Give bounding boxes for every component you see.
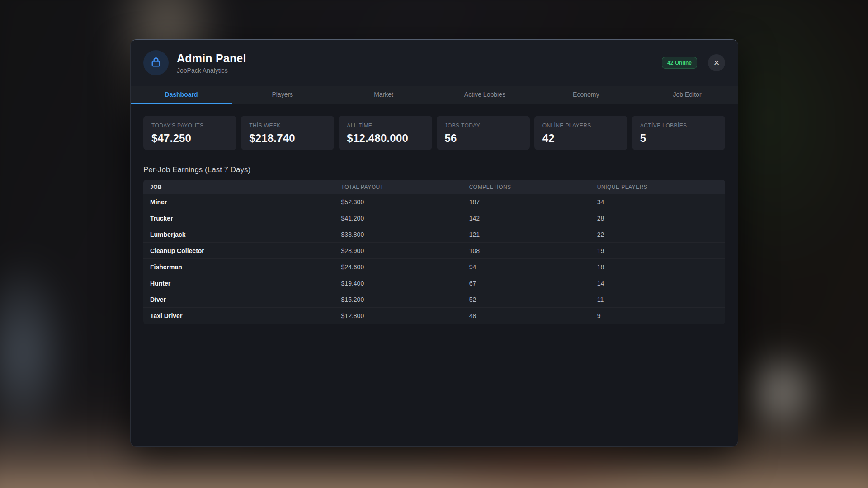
tab-economy[interactable]: Economy	[535, 86, 637, 104]
completions-cell: 121	[469, 231, 597, 238]
unique-players-cell: 22	[597, 231, 725, 238]
lock-icon-circle	[143, 50, 169, 75]
stat-card-todays-payouts: TODAY'S PAYOUTS $47.250	[143, 116, 236, 150]
table-row-taxi-driver: Taxi Driver $12.800 48 9	[143, 308, 725, 324]
job-name-cell: Lumberjack	[143, 231, 341, 238]
payout-cell: $28.900	[341, 247, 469, 254]
online-status-badge: 42 Online	[662, 57, 697, 69]
table-row-trucker: Trucker $41.200 142 28	[143, 210, 725, 226]
table-row-diver: Diver $15.200 52 11	[143, 291, 725, 308]
admin-panel-window: Admin Panel JobPack Analytics 42 Online …	[130, 39, 738, 447]
table-row-miner: Miner $52.300 187 34	[143, 194, 725, 210]
completions-cell: 142	[469, 215, 597, 222]
section-title-per-job-earnings: Per-Job Earnings (Last 7 Days)	[143, 165, 725, 174]
tab-bar: Dashboard Players Market Active Lobbies …	[131, 86, 738, 104]
job-name-cell: Trucker	[143, 215, 341, 222]
job-name-cell: Diver	[143, 296, 341, 303]
dashboard-content: TODAY'S PAYOUTS $47.250 THİS WEEK $218.7…	[131, 104, 738, 336]
payout-cell: $12.800	[341, 312, 469, 319]
column-header-unique-players: UNİQUE PLAYERS	[597, 184, 725, 190]
stat-value: $12.480.000	[347, 132, 424, 145]
table-row-fisherman: Fisherman $24.600 94 18	[143, 259, 725, 275]
job-name-cell: Fisherman	[143, 263, 341, 271]
lock-icon	[150, 56, 162, 70]
tab-market[interactable]: Market	[333, 86, 434, 104]
job-name-cell: Miner	[143, 198, 341, 206]
payout-cell: $15.200	[341, 296, 469, 303]
unique-players-cell: 18	[597, 263, 725, 271]
stat-value: 5	[640, 132, 717, 145]
stats-grid: TODAY'S PAYOUTS $47.250 THİS WEEK $218.7…	[143, 116, 725, 150]
page-subtitle: JobPack Analytics	[177, 67, 662, 74]
stat-label: ACTİVE LOBBİES	[640, 122, 717, 129]
table-row-lumberjack: Lumberjack $33.800 121 22	[143, 226, 725, 243]
stat-value: $218.740	[249, 132, 326, 145]
completions-cell: 187	[469, 198, 597, 206]
payout-cell: $24.600	[341, 263, 469, 271]
unique-players-cell: 9	[597, 312, 725, 319]
table-row-hunter: Hunter $19.400 67 14	[143, 275, 725, 291]
table-body: Miner $52.300 187 34 Trucker $41.200 142…	[143, 194, 725, 324]
page-title: Admin Panel	[177, 52, 662, 65]
close-button[interactable]: ✕	[708, 54, 725, 71]
stat-value: 42	[542, 132, 619, 145]
completions-cell: 52	[469, 296, 597, 303]
job-name-cell: Taxi Driver	[143, 312, 341, 319]
job-name-cell: Cleanup Collector	[143, 247, 341, 254]
column-header-job: JOB	[143, 184, 341, 190]
table-row-cleanup-collector: Cleanup Collector $28.900 108 19	[143, 243, 725, 259]
completions-cell: 48	[469, 312, 597, 319]
stat-card-online-players: ONLİNE PLAYERS 42	[534, 116, 627, 150]
stat-card-all-time: ALL TİME $12.480.000	[339, 116, 432, 150]
title-block: Admin Panel JobPack Analytics	[177, 52, 662, 74]
tab-job-editor[interactable]: Job Editor	[637, 86, 738, 104]
payout-cell: $41.200	[341, 215, 469, 222]
stat-label: THİS WEEK	[249, 122, 326, 129]
unique-players-cell: 28	[597, 215, 725, 222]
completions-cell: 94	[469, 263, 597, 271]
per-job-earnings-table: JOB TOTAL PAYOUT COMPLETİONS UNİQUE PLAY…	[143, 180, 725, 324]
close-icon: ✕	[713, 58, 720, 68]
completions-cell: 67	[469, 280, 597, 287]
table-header-row: JOB TOTAL PAYOUT COMPLETİONS UNİQUE PLAY…	[143, 180, 725, 194]
payout-cell: $33.800	[341, 231, 469, 238]
stat-card-active-lobbies: ACTİVE LOBBİES 5	[632, 116, 725, 150]
column-header-total-payout: TOTAL PAYOUT	[341, 184, 469, 190]
unique-players-cell: 11	[597, 296, 725, 303]
tab-dashboard[interactable]: Dashboard	[131, 86, 232, 104]
tab-active-lobbies[interactable]: Active Lobbies	[434, 86, 535, 104]
payout-cell: $52.300	[341, 198, 469, 206]
panel-header: Admin Panel JobPack Analytics 42 Online …	[131, 40, 738, 86]
stat-label: ALL TİME	[347, 122, 424, 129]
unique-players-cell: 34	[597, 198, 725, 206]
stat-label: TODAY'S PAYOUTS	[151, 122, 228, 129]
payout-cell: $19.400	[341, 280, 469, 287]
unique-players-cell: 14	[597, 280, 725, 287]
completions-cell: 108	[469, 247, 597, 254]
unique-players-cell: 19	[597, 247, 725, 254]
tab-players[interactable]: Players	[232, 86, 333, 104]
column-header-completions: COMPLETİONS	[469, 184, 597, 190]
stat-value: 56	[445, 132, 522, 145]
stat-label: ONLİNE PLAYERS	[542, 122, 619, 129]
job-name-cell: Hunter	[143, 280, 341, 287]
stat-card-jobs-today: JOBS TODAY 56	[437, 116, 530, 150]
stat-label: JOBS TODAY	[445, 122, 522, 129]
stat-value: $47.250	[151, 132, 228, 145]
stat-card-this-week: THİS WEEK $218.740	[241, 116, 334, 150]
